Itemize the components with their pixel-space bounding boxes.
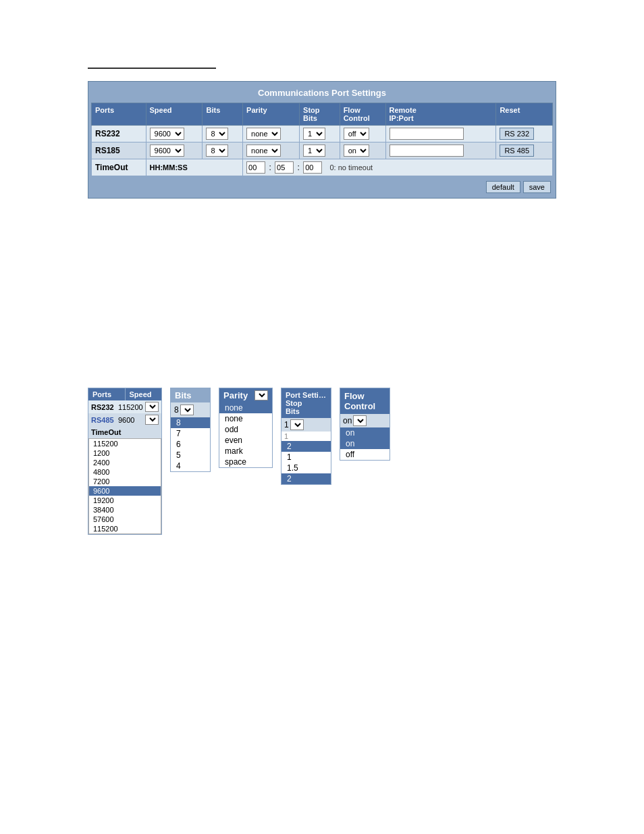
col-header-remoteip: RemoteIP:Port <box>385 103 496 126</box>
parity-option-space[interactable]: space <box>219 457 272 467</box>
parity-select-rs185[interactable]: none <box>246 145 281 157</box>
bits-cell-rs185[interactable]: 8 <box>203 142 243 159</box>
speed-option-115200a[interactable]: 115200 <box>89 439 161 448</box>
parity-select-demo[interactable]: ▼ <box>254 390 268 400</box>
bits-option-5[interactable]: 5 <box>171 450 210 461</box>
speed-option-9600[interactable]: 9600 <box>89 486 161 496</box>
stopbits-select-demo[interactable]: ▼ <box>290 419 304 430</box>
table-row: RS232 9600 8 none <box>92 126 553 142</box>
rs232-speed-select-demo[interactable]: ▼ <box>145 402 159 412</box>
timeout-seconds[interactable] <box>303 161 322 174</box>
reset-button-rs485[interactable]: RS 485 <box>500 145 534 157</box>
parity-cell-rs232[interactable]: none <box>243 126 300 142</box>
rs232-port-label: RS232 <box>91 403 118 411</box>
flowcontrol-option-on[interactable]: on <box>340 427 390 438</box>
speed-option-19200[interactable]: 19200 <box>89 496 161 505</box>
panel-title: Communications Port Settings <box>91 84 553 103</box>
bits-select-row[interactable]: 8 ▼ <box>171 402 210 417</box>
table-row: RS185 9600 8 none <box>92 142 553 159</box>
rs485-port-label: RS485 <box>91 416 118 424</box>
divider <box>88 68 216 69</box>
stopbits-option-1[interactable]: 1 <box>281 452 331 463</box>
stopbits-option-2[interactable]: 2 <box>281 441 331 452</box>
flowcontrol-select-demo[interactable]: ▼ <box>353 415 367 426</box>
parity-dropdown-panel: Parity ▼ none none odd even mark space <box>219 388 273 468</box>
port-label-rs232: RS232 <box>92 126 146 142</box>
flowcontrol-option-off[interactable]: off <box>340 449 390 460</box>
speed-cell-rs185[interactable]: 9600 <box>146 142 203 159</box>
bits-select-rs185[interactable]: 8 <box>206 145 228 157</box>
parity-cell-rs185[interactable]: none <box>243 142 300 159</box>
timeout-port-label: TimeOut <box>91 428 121 436</box>
speed-option-57600[interactable]: 57600 <box>89 515 161 524</box>
stopbits-cell-rs232[interactable]: 1 <box>300 126 340 142</box>
bits-panel-header: Bits <box>171 388 210 402</box>
rs485-row: RS485 9600 ▼ <box>88 413 161 426</box>
bits-option-6[interactable]: 6 <box>171 439 210 450</box>
remoteip-cell-rs232[interactable] <box>385 126 496 142</box>
stopbits-option-2b[interactable]: 2 <box>281 473 331 484</box>
save-button[interactable]: save <box>523 181 551 193</box>
col-header-flowcontrol: FlowControl <box>340 103 385 126</box>
bits-select-demo[interactable]: ▼ <box>180 405 194 415</box>
speed-option-1200[interactable]: 1200 <box>89 448 161 458</box>
parity-option-odd[interactable]: odd <box>219 424 272 435</box>
reset-cell-rs185[interactable]: RS 485 <box>496 142 553 159</box>
stopbits-cell-rs185[interactable]: 1 <box>300 142 340 159</box>
stopbits-dropdown-panel: Port Setti…StopBits 1 ▼ 1 2 1 1.5 2 <box>281 388 331 485</box>
stopbits-select-row[interactable]: 1 ▼ <box>281 418 331 432</box>
flowcontrol-select-rs185[interactable]: on <box>344 145 369 157</box>
flowcontrol-cell-rs185[interactable]: on <box>340 142 385 159</box>
flowcontrol-select-row[interactable]: on ▼ <box>340 414 390 427</box>
speed-select-rs232[interactable]: 9600 <box>150 128 184 140</box>
timeout-format: HH:MM:SS <box>150 163 188 172</box>
parity-select-rs232[interactable]: none <box>246 128 281 140</box>
bits-dropdown-panel: Bits 8 ▼ 8 7 6 5 4 <box>170 388 211 472</box>
port-label-rs185: RS185 <box>92 142 146 159</box>
timeout-inputs-cell[interactable]: : : 0: no timeout <box>243 159 553 176</box>
flowcontrol-panel-header: FlowControl <box>340 388 390 414</box>
bits-cell-rs232[interactable]: 8 <box>203 126 243 142</box>
speed-list: 115200 1200 2400 4800 7200 9600 19200 38… <box>88 438 161 534</box>
reset-button-rs232[interactable]: RS 232 <box>500 128 534 140</box>
flowcontrol-select-rs232[interactable]: off <box>344 128 369 140</box>
bits-select-rs232[interactable]: 8 <box>206 128 228 140</box>
speed-cell-rs232[interactable]: 9600 <box>146 126 203 142</box>
remoteip-input-rs232[interactable] <box>390 128 464 140</box>
timeout-minutes[interactable] <box>275 161 294 174</box>
bits-option-4[interactable]: 4 <box>171 461 210 471</box>
parity-panel-header: Parity ▼ <box>219 388 272 402</box>
table-row-timeout: TimeOut HH:MM:SS : : 0: no timeout <box>92 159 553 176</box>
speed-option-2400[interactable]: 2400 <box>89 458 161 467</box>
reset-cell-rs232[interactable]: RS 232 <box>496 126 553 142</box>
bits-option-7[interactable]: 7 <box>171 428 210 439</box>
settings-table: Ports Speed Bits Parity StopBits FlowCon… <box>91 103 553 176</box>
default-button[interactable]: default <box>486 181 520 193</box>
col-header-reset: Reset <box>496 103 553 126</box>
parity-option-even[interactable]: even <box>219 435 272 446</box>
timeout-row-demo: TimeOut <box>88 426 161 438</box>
speed-option-4800[interactable]: 4800 <box>89 467 161 477</box>
stopbits-select-value: 1 <box>284 420 289 429</box>
stopbits-option-top[interactable]: 1 <box>281 432 331 441</box>
stopbits-select-rs232[interactable]: 1 <box>303 128 325 140</box>
bits-option-8a[interactable]: 8 <box>171 417 210 428</box>
parity-option-none-selected[interactable]: none <box>219 402 272 413</box>
flowcontrol-option-on2[interactable]: on <box>340 438 390 449</box>
col-header-stopbits: StopBits <box>300 103 340 126</box>
stopbits-select-rs185[interactable]: 1 <box>303 145 325 157</box>
timeout-hours[interactable] <box>246 161 265 174</box>
speed-select-rs185[interactable]: 9600 <box>150 145 184 157</box>
stopbits-option-1-5[interactable]: 1.5 <box>281 463 331 473</box>
speed-option-115200b[interactable]: 115200 <box>89 524 161 533</box>
rs485-speed-select-demo[interactable]: ▼ <box>145 415 159 425</box>
speed-option-7200[interactable]: 7200 <box>89 477 161 486</box>
stopbits-panel-header: Port Setti…StopBits <box>281 388 331 418</box>
parity-option-none[interactable]: none <box>219 413 272 424</box>
remoteip-cell-rs185[interactable] <box>385 142 496 159</box>
remoteip-input-rs185[interactable] <box>390 145 464 157</box>
ports-col-header: Ports <box>88 388 126 400</box>
parity-option-mark[interactable]: mark <box>219 446 272 457</box>
speed-option-38400[interactable]: 38400 <box>89 505 161 515</box>
flowcontrol-cell-rs232[interactable]: off <box>340 126 385 142</box>
